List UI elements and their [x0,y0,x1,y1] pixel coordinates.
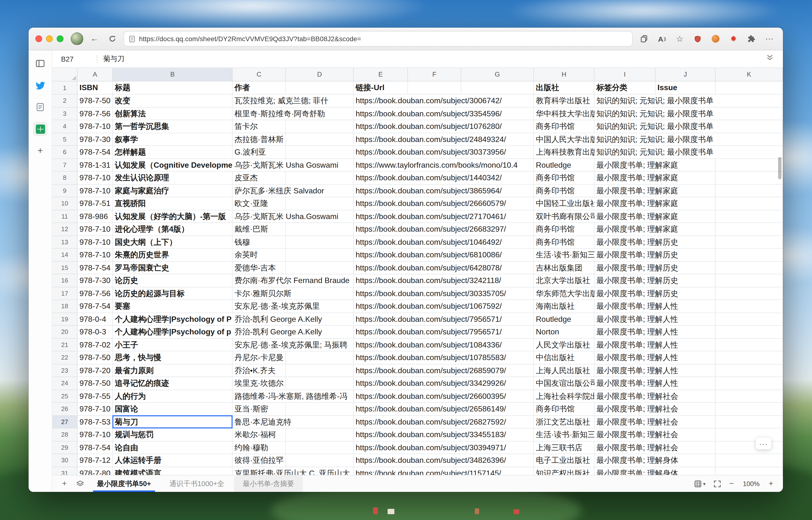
cell-author[interactable]: 萨尔瓦多·米纽庆 Salvador [233,184,286,197]
cell-publisher[interactable]: 商务印书馆 [534,223,594,236]
cell-isbn[interactable]: 978-7-53 [78,416,113,428]
zoom-in-button[interactable]: + [769,479,773,488]
cell-empty[interactable] [286,261,354,274]
cell-empty[interactable] [286,146,354,159]
row-number[interactable]: 2 [52,95,78,107]
cell-tags[interactable]: 最小限度书单; 理解人性 [594,339,655,352]
row-number[interactable]: 30 [52,454,78,467]
cell-author[interactable]: 亚当·斯密 [233,403,286,416]
cell-publisher[interactable]: 中国人民大学出版社 [534,133,594,146]
add-sheet-button[interactable]: + [57,476,72,491]
cell-empty[interactable] [715,184,783,197]
cell-title[interactable]: 规训与惩罚 [113,428,233,441]
cell-isbn[interactable]: 978-7-10 [78,428,113,441]
row-number[interactable]: 9 [52,184,78,197]
cell-isbn[interactable]: 978-7-80 [78,467,113,475]
cell-isbn[interactable]: 978-7-55 [78,390,113,403]
cell-empty[interactable] [715,339,783,352]
cell-url[interactable]: https://book.douban.com/subject/26683297… [354,223,408,236]
cell-title[interactable]: 怎样解题 [113,146,233,159]
row-number[interactable]: 12 [52,223,78,236]
cell-isbn[interactable]: 978-7-10 [78,184,113,197]
column-header-a[interactable]: A [78,68,113,81]
cell-url[interactable]: https://book.douban.com/subject/7956571/ [354,313,408,326]
cell-title[interactable]: 第一哲学沉思集 [113,120,233,133]
cell-empty[interactable] [715,467,783,475]
add-shortcut-icon[interactable]: + [33,144,48,158]
cell-url[interactable]: https://book.douban.com/subject/1046492/ [354,236,408,249]
cell-empty[interactable] [286,441,354,454]
cell-empty[interactable] [715,274,783,287]
cell-empty[interactable] [286,249,354,261]
cell-publisher[interactable]: 北京大学出版社 [534,274,594,287]
cell-publisher[interactable]: 吉林出版集团 [534,261,594,274]
cell-url[interactable]: https://book.douban.com/subject/30394971… [354,441,408,454]
cell-url[interactable]: https://book.douban.com/subject/1084336/ [354,339,408,352]
cell-author[interactable]: 乔治-凯利 George A.Kelly [233,313,286,326]
cell-tags[interactable]: 知识的知识; 元知识; 最小限度书单 [594,120,655,133]
cell-publisher[interactable]: 商务印书馆 [534,236,594,249]
column-header-i[interactable]: I [594,68,655,81]
cell-isbn[interactable]: 978-7-20 [78,364,113,377]
cell-publisher[interactable]: 知识产权出版社 [534,467,594,475]
cell-tags[interactable]: 最小限度书单; 理解家庭 [594,159,655,172]
row-number[interactable]: 18 [52,300,78,313]
cell-url[interactable]: https://book.douban.com/subject/27170461… [354,210,408,223]
cell-empty[interactable] [715,428,783,441]
column-header-f[interactable]: F [408,68,461,81]
cell-title[interactable]: 论自由 [113,441,233,454]
favorite-star-icon[interactable]: ☆ [673,32,686,46]
cell-tags[interactable]: 最小限度书单; 理解历史 [594,287,655,300]
cell-url[interactable]: https://book.douban.com/subject/26827592… [354,416,408,428]
cell-author[interactable]: 费尔南·布罗代尔 Fernand Braude [233,274,286,287]
cell-url[interactable]: https://book.douban.com/subject/30335705… [354,287,408,300]
cell-empty[interactable] [715,159,783,172]
cell-title[interactable]: 建筑模式语言 [113,467,233,475]
cell-author[interactable]: 欧文·亚隆 [233,197,286,210]
cell-empty[interactable] [408,81,461,95]
cell-tags[interactable]: 最小限度书单; 理解历史 [594,249,655,261]
cell-url[interactable]: https://book.douban.com/subject/3865964/ [354,184,408,197]
cell-tags[interactable]: 最小限度书单; 理解历史 [594,274,655,287]
cell-publisher[interactable]: 中信出版社 [534,352,594,364]
cell-empty[interactable] [286,454,354,467]
cell-tags[interactable]: 最小限度书单; 理解家庭 [594,184,655,197]
row-number[interactable]: 15 [52,261,78,274]
floating-more-button[interactable]: ··· [756,438,771,449]
ublock-extension-icon[interactable] [691,32,704,46]
cell-publisher[interactable]: 人民文学出版社 [534,339,594,352]
column-header-b[interactable]: B [113,68,233,81]
cell-title[interactable]: 追寻记忆的痕迹 [113,377,233,390]
cell-publisher[interactable]: 上海社会科学院出版社 [534,390,594,403]
cell-empty[interactable] [715,210,783,223]
cell-header-publisher[interactable]: 出版社 [534,81,594,95]
cell-empty[interactable] [715,403,783,416]
cell-title[interactable]: 论历史 [113,274,233,287]
cell-title[interactable]: 个人建构心理学|Psychology of P [113,313,233,326]
cell-tags[interactable]: 最小限度书单; 理解身体 [594,467,655,475]
cell-tags[interactable]: 最小限度书单; 理解家庭 [594,197,655,210]
cell-empty[interactable] [715,364,783,377]
cell-title[interactable]: 发生认识论原理 [113,172,233,184]
row-number[interactable]: 27 [52,416,78,428]
cell-publisher[interactable]: 电子工业出版社 [534,454,594,467]
cell-tags[interactable]: 最小限度书单; 理解历史 [594,236,655,249]
cell-title[interactable]: 朱熹的历史世界 [113,249,233,261]
cell-publisher[interactable]: 上海科技教育出版社 [534,146,594,159]
row-number[interactable]: 8 [52,172,78,184]
cell-url[interactable]: https://book.douban.com/subject/1067592/ [354,300,408,313]
cell-title[interactable]: 要塞 [113,300,233,313]
cell-isbn[interactable]: 978-7-54 [78,146,113,159]
row-number[interactable]: 26 [52,403,78,416]
cell-empty[interactable] [715,81,783,95]
cell-isbn[interactable]: 978-7-10 [78,249,113,261]
reload-button[interactable] [106,32,119,46]
row-number[interactable]: 19 [52,313,78,326]
select-all-corner[interactable] [52,68,78,81]
cell-title[interactable]: 论历史的起源与目标 [113,287,233,300]
page-info-icon[interactable] [129,35,135,43]
cell-author[interactable]: 笛卡尔 [233,120,286,133]
cell-empty[interactable] [715,454,783,467]
cell-publisher[interactable]: Routledge [534,313,594,326]
cell-publisher[interactable]: 华中科技大学出版社 [534,107,594,120]
